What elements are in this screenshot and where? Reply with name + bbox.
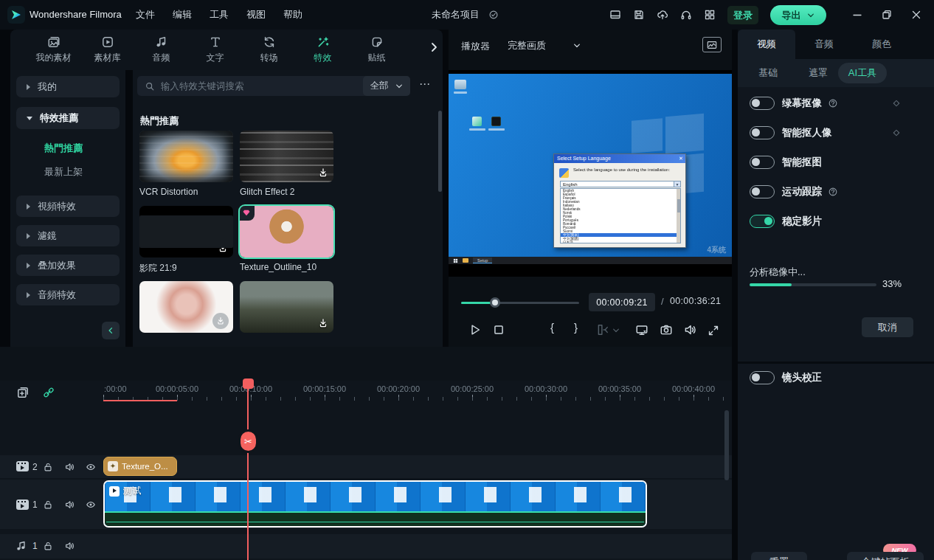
tab-audio-props[interactable]: 音频 — [795, 30, 853, 59]
cancel-button[interactable]: 取消 — [862, 317, 913, 337]
tab-effects[interactable]: 特效 — [296, 30, 350, 70]
cloud-upload-icon[interactable] — [657, 9, 668, 21]
category-my[interactable]: 我的 — [16, 76, 120, 97]
tab-strip-expand-icon[interactable] — [428, 41, 440, 53]
search-icon — [145, 81, 155, 91]
volume-icon[interactable] — [683, 323, 696, 336]
tab-stickers[interactable]: 贴纸 — [350, 30, 404, 70]
category-audio-effects[interactable]: 音頻特效 — [16, 284, 120, 305]
filter-dropdown[interactable]: 全部 — [363, 76, 410, 96]
category-overlays[interactable]: 叠加效果 — [16, 255, 120, 276]
keyframe-diamond-icon[interactable] — [891, 128, 902, 138]
playhead-scissors-button[interactable]: ✂ — [238, 429, 258, 453]
video-track-icon — [16, 461, 29, 471]
export-button[interactable]: 导出 — [770, 5, 826, 25]
timeline-scrollbar[interactable] — [724, 410, 729, 480]
mute-icon[interactable] — [64, 499, 75, 510]
effect-card-cinema-21-9[interactable]: 影院 21:9 — [139, 206, 233, 274]
green-screen-toggle[interactable] — [750, 97, 775, 110]
clip-texture-overlay[interactable]: ✦ Texture_O... — [103, 457, 177, 476]
tab-text[interactable]: 文字 — [188, 30, 242, 70]
keyframe-panel-button[interactable]: 全键帧面板 — [847, 552, 924, 560]
mark-in-icon[interactable]: { — [550, 321, 554, 333]
category-hot[interactable]: 熱門推薦 — [10, 139, 125, 158]
mute-icon[interactable] — [64, 462, 75, 472]
category-newest[interactable]: 最新上架 — [10, 162, 125, 182]
scopes-button[interactable] — [702, 37, 722, 52]
subtab-mask[interactable]: 遮罩 — [809, 66, 828, 80]
seek-bar[interactable] — [461, 302, 579, 304]
menu-edit[interactable]: 编辑 — [173, 8, 192, 21]
smart-cutout-toggle[interactable] — [750, 156, 775, 169]
mark-out-icon[interactable]: } — [574, 321, 578, 333]
menu-view[interactable]: 视图 — [246, 8, 266, 21]
playhead-line[interactable] — [247, 381, 249, 560]
subtab-basic[interactable]: 基础 — [758, 66, 778, 80]
save-icon[interactable] — [633, 9, 645, 21]
effect-card-glitch-effect-2[interactable]: Glitch Effect 2 — [240, 131, 333, 197]
more-options-icon[interactable]: ⋯ — [419, 77, 431, 91]
minimize-icon[interactable] — [851, 9, 863, 21]
menu-tools[interactable]: 工具 — [210, 8, 229, 21]
ai-portrait-toggle[interactable] — [750, 126, 775, 139]
tab-audio[interactable]: 音频 — [134, 30, 188, 70]
category-filters[interactable]: 濾鏡 — [16, 225, 120, 246]
play-icon[interactable] — [468, 323, 482, 336]
support-icon[interactable] — [680, 9, 692, 21]
menu-help[interactable]: 帮助 — [283, 8, 302, 21]
tab-video[interactable]: 视频 — [738, 30, 795, 59]
lock-icon[interactable] — [43, 499, 53, 510]
close-icon[interactable] — [910, 9, 922, 21]
eye-icon[interactable] — [86, 462, 96, 472]
tab-color[interactable]: 颜色 — [853, 30, 910, 59]
sidebar-collapse-button[interactable] — [102, 322, 120, 339]
category-recommended[interactable]: 特效推薦 — [16, 107, 120, 129]
help-icon[interactable] — [828, 187, 838, 197]
add-marker-icon[interactable] — [16, 386, 30, 399]
screen-mode-icon[interactable] — [609, 9, 621, 21]
lock-icon[interactable] — [43, 541, 53, 551]
effect-name: Glitch Effect 2 — [240, 187, 333, 197]
subtab-ai-tools[interactable]: AI工具 — [838, 63, 887, 83]
menu-file[interactable]: 文件 — [136, 8, 155, 21]
caret-right-icon — [27, 233, 30, 239]
ruler-minor-ticks[interactable] — [103, 397, 732, 401]
reset-button[interactable]: 重置 — [751, 552, 807, 560]
eye-icon[interactable] — [86, 499, 96, 510]
effect-card-partial[interactable] — [139, 281, 233, 333]
display-device-icon[interactable] — [635, 323, 648, 336]
effect-card-texture-outline-10[interactable]: Texture_Outline_10 — [240, 206, 333, 272]
lens-correction-toggle[interactable] — [750, 371, 775, 384]
effects-panel: 全部 ⋯ 熱門推薦 VCR Distortion Glitch Effect 2… — [133, 70, 443, 347]
help-icon[interactable] — [828, 98, 838, 108]
restore-icon[interactable] — [881, 9, 893, 21]
effects-scrollbar[interactable] — [438, 111, 442, 192]
snapshot-icon[interactable] — [660, 323, 673, 336]
seek-handle[interactable] — [490, 297, 500, 308]
plugins-icon[interactable] — [704, 9, 716, 21]
search-input[interactable] — [161, 81, 331, 91]
lock-icon[interactable] — [43, 462, 53, 472]
quality-dropdown[interactable]: 完整画质 — [508, 35, 581, 56]
category-video-effects[interactable]: 視頻特效 — [16, 196, 120, 217]
split-icon[interactable] — [596, 323, 609, 336]
effect-name: VCR Distortion — [139, 187, 233, 197]
effect-card-partial[interactable] — [240, 281, 333, 333]
stabilization-toggle[interactable] — [750, 215, 775, 228]
chevron-down-icon[interactable] — [612, 326, 620, 335]
tab-stock-media[interactable]: 素材库 — [80, 30, 134, 70]
current-timecode[interactable]: 00:00:09:21 — [589, 293, 655, 311]
mute-icon[interactable] — [64, 541, 75, 551]
clip-main-video[interactable]: 测试 — [103, 480, 647, 528]
tab-transitions[interactable]: 转场 — [242, 30, 296, 70]
keyframe-diamond-icon[interactable] — [891, 98, 902, 108]
ruler-label: 00:00:05:00 — [156, 384, 198, 393]
link-clips-icon[interactable] — [43, 387, 55, 398]
login-button[interactable]: 登录 — [727, 6, 758, 24]
fullscreen-icon[interactable] — [708, 325, 719, 336]
effect-card-vcr-distortion[interactable]: VCR Distortion — [139, 131, 233, 197]
stop-icon[interactable] — [492, 323, 505, 336]
playhead-flag[interactable] — [243, 378, 254, 389]
motion-tracking-toggle[interactable] — [750, 185, 775, 198]
tab-my-media[interactable]: 我的素材 — [27, 30, 80, 70]
